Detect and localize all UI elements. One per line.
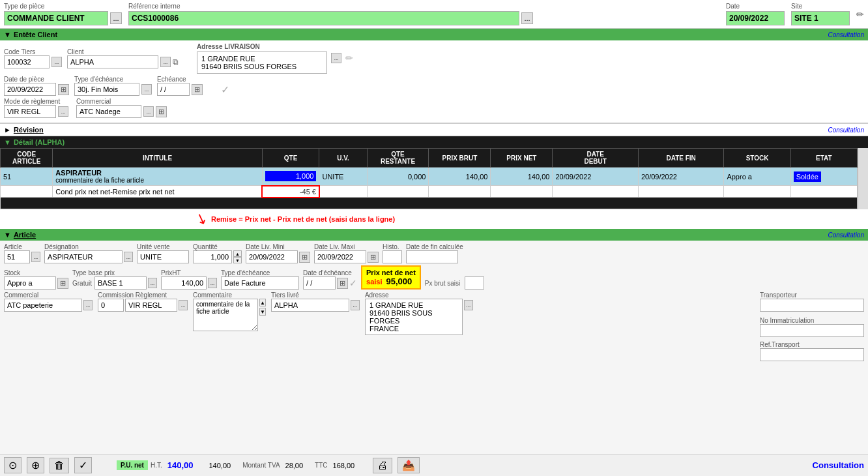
montanttva-value: 28,00 bbox=[285, 462, 304, 469]
stock-cal[interactable]: ⊞ bbox=[57, 278, 68, 289]
validate-btn[interactable]: ✓ bbox=[74, 457, 92, 473]
export-btn[interactable]: 📤 bbox=[398, 457, 420, 473]
client-group: Client ... ⧉ bbox=[67, 48, 179, 68]
dateecheance2-input[interactable] bbox=[303, 276, 336, 290]
adresse-dots[interactable]: ... bbox=[331, 53, 341, 63]
entete-row2: Date de pièce ⊞ Type d'échéance ... Eché… bbox=[4, 76, 864, 96]
commentaire-textarea[interactable]: commentaire de la fiche article bbox=[193, 299, 258, 331]
tierlivre-input[interactable] bbox=[271, 299, 349, 312]
prixHT-input[interactable] bbox=[161, 276, 207, 290]
typeecheance-input[interactable] bbox=[74, 83, 139, 96]
article-content: Article ... Désignation ... Unité vente … bbox=[0, 241, 868, 454]
print-btn[interactable]: 🖨 bbox=[373, 458, 392, 473]
datefinCalc-input[interactable] bbox=[406, 250, 458, 263]
datepiece-input[interactable] bbox=[4, 83, 56, 96]
stock-input[interactable] bbox=[4, 276, 56, 290]
dateLivMaxi-input[interactable] bbox=[314, 250, 366, 263]
table-scrollbar[interactable] bbox=[858, 148, 868, 209]
designation-dots[interactable]: ... bbox=[124, 252, 133, 262]
typepiece-field: Type de pièce ... bbox=[4, 3, 122, 25]
refinterne-dots[interactable]: ... bbox=[521, 12, 533, 24]
table-row[interactable]: Cond prix net net-Remise prix net net -4… bbox=[1, 186, 858, 198]
detail-section-header[interactable]: ▼ Détail (ALPHA) bbox=[0, 136, 868, 148]
dateLivMaxi-field: Date Liv. Maxi ⊞ bbox=[314, 243, 379, 263]
adresse2-dots[interactable]: ... bbox=[464, 300, 473, 310]
detail-table: CODEARTICLE INTITULE QTE U.V. QTERESTANT… bbox=[0, 148, 858, 209]
qty-down-btn[interactable]: ▼ bbox=[233, 257, 242, 263]
typebaseprix-dots[interactable]: ... bbox=[148, 278, 157, 288]
typepiece-input[interactable] bbox=[4, 11, 108, 25]
typeecheance2-input[interactable] bbox=[221, 276, 299, 290]
commission-input[interactable] bbox=[98, 299, 124, 312]
delete-btn[interactable]: 🗑 bbox=[50, 458, 69, 473]
codetiers-dots[interactable]: ... bbox=[51, 57, 62, 67]
pxbrutsaisi-input[interactable] bbox=[465, 276, 484, 290]
adresse-line2: 91640 BRIIS SOUS FORGES bbox=[201, 63, 323, 70]
commercial2-input[interactable] bbox=[4, 299, 82, 312]
refinterne-label: Référence interne bbox=[128, 3, 533, 10]
dateLivMaxi-cal[interactable]: ⊞ bbox=[368, 252, 379, 263]
qte-value: 1,000 bbox=[265, 171, 317, 181]
prixHT-dots[interactable]: ... bbox=[208, 278, 217, 288]
commercial-input[interactable] bbox=[76, 105, 141, 118]
regl-input[interactable] bbox=[125, 299, 177, 312]
cell-intitule2: Cond prix net net-Remise prix net net bbox=[53, 186, 262, 198]
reftransport-input[interactable] bbox=[760, 348, 864, 361]
moderegl-dots[interactable]: ... bbox=[58, 106, 68, 117]
typeecheance-dots[interactable]: ... bbox=[141, 84, 152, 95]
bottom-consultation[interactable]: Consultation bbox=[813, 460, 864, 470]
table-row[interactable]: 51 ASPIRATEUR commentaire de la fiche ar… bbox=[1, 168, 858, 186]
regl-dots[interactable]: ... bbox=[179, 300, 188, 310]
comment-up-btn[interactable]: ▲ bbox=[259, 299, 266, 306]
article-input[interactable] bbox=[4, 250, 30, 263]
article-section-header[interactable]: ▼ Article Consultation bbox=[0, 229, 868, 241]
site-input[interactable] bbox=[791, 11, 850, 25]
dateLivMini-cal[interactable]: ⊞ bbox=[299, 252, 310, 263]
entete-consultation: Consultation bbox=[828, 31, 864, 38]
echeance-calendar-btn[interactable]: ⊞ bbox=[192, 84, 203, 95]
unitevente-input[interactable] bbox=[137, 250, 189, 263]
refinterne-input[interactable] bbox=[128, 11, 519, 25]
typepiece-dots[interactable]: ... bbox=[110, 12, 122, 24]
client-input[interactable] bbox=[67, 55, 158, 68]
copy-record-btn[interactable]: ⊙ bbox=[4, 457, 22, 473]
quantite-input[interactable] bbox=[193, 250, 232, 263]
revision-section-header[interactable]: ► Révision Consultation bbox=[0, 123, 868, 136]
moderegl-group: Mode de règlement ... bbox=[4, 98, 68, 118]
calendar-btn[interactable]: ⊞ bbox=[58, 84, 69, 95]
date-input[interactable] bbox=[726, 11, 785, 25]
adresse-edit-icon[interactable]: ✏ bbox=[345, 53, 353, 63]
add-btn[interactable]: ⊕ bbox=[27, 457, 44, 473]
commercial-dots[interactable]: ... bbox=[143, 106, 154, 117]
pencil-icon[interactable]: ✏ bbox=[856, 9, 864, 20]
dateLivMini-input[interactable] bbox=[246, 250, 298, 263]
header-right: Date Site ✏ bbox=[726, 3, 864, 25]
qty-up-btn[interactable]: ▲ bbox=[233, 250, 242, 257]
codetiers-group: Code Tiers ... bbox=[4, 48, 62, 68]
prixHT-label: PrixHT bbox=[161, 269, 217, 276]
empty-row bbox=[1, 198, 858, 209]
article-dots[interactable]: ... bbox=[31, 252, 40, 262]
adresse-line1: 1 GRANDE RUE bbox=[201, 55, 323, 63]
typebaseprix-input[interactable] bbox=[94, 276, 147, 290]
cell-empty8 bbox=[790, 186, 857, 198]
client-dots[interactable]: ... bbox=[160, 57, 171, 67]
tierlivre-dots[interactable]: ... bbox=[351, 300, 360, 310]
moderegl-input[interactable] bbox=[4, 105, 56, 118]
dateecheance2-cal[interactable]: ⊞ bbox=[337, 278, 348, 289]
echeance-input[interactable] bbox=[157, 83, 190, 96]
noimmat-input[interactable] bbox=[760, 324, 864, 337]
transporteur-input[interactable] bbox=[760, 299, 864, 312]
article-consultation: Consultation bbox=[828, 231, 864, 239]
commercial-calendar-btn[interactable]: ⊞ bbox=[156, 106, 167, 117]
codetiers-input[interactable] bbox=[4, 55, 50, 68]
copy-icon[interactable]: ⧉ bbox=[173, 57, 179, 67]
refinterne-field: Référence interne ... bbox=[128, 3, 533, 25]
entete-section-header[interactable]: ▼ Entête Client Consultation bbox=[0, 29, 868, 40]
histo-input[interactable] bbox=[383, 250, 402, 263]
check-icon: ✓ bbox=[221, 83, 229, 96]
designation-input[interactable] bbox=[44, 250, 123, 263]
comment-down-btn[interactable]: ▼ bbox=[259, 308, 266, 316]
commercial2-dots[interactable]: ... bbox=[83, 300, 93, 310]
annotation-area: ↘ Remise = Prix net - Prix net de net (s… bbox=[0, 209, 868, 229]
